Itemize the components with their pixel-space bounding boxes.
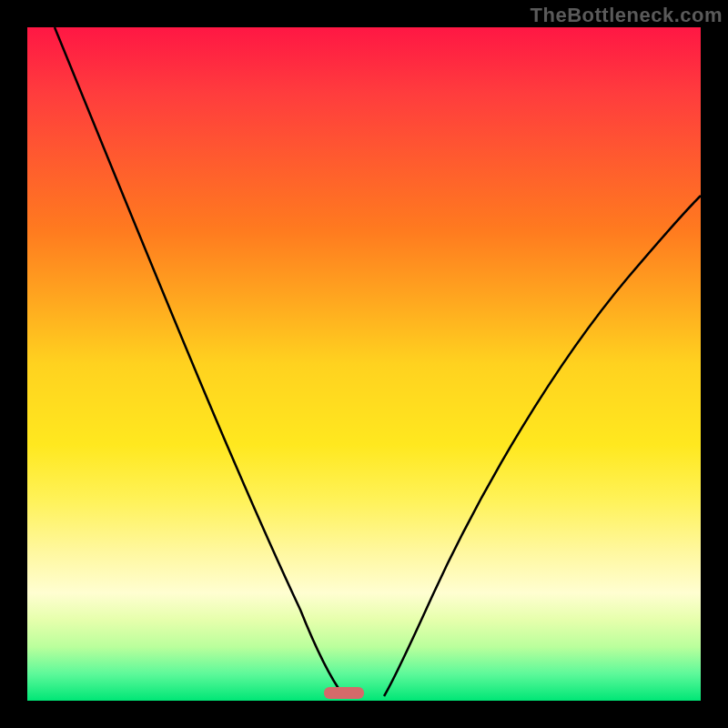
left-curve (55, 27, 344, 696)
right-curve (384, 196, 701, 696)
watermark-text: TheBottleneck.com (531, 4, 723, 27)
plot-area (27, 27, 701, 701)
chart-frame: TheBottleneck.com (0, 0, 728, 728)
bottleneck-marker (324, 687, 364, 699)
curve-layer (27, 27, 701, 701)
